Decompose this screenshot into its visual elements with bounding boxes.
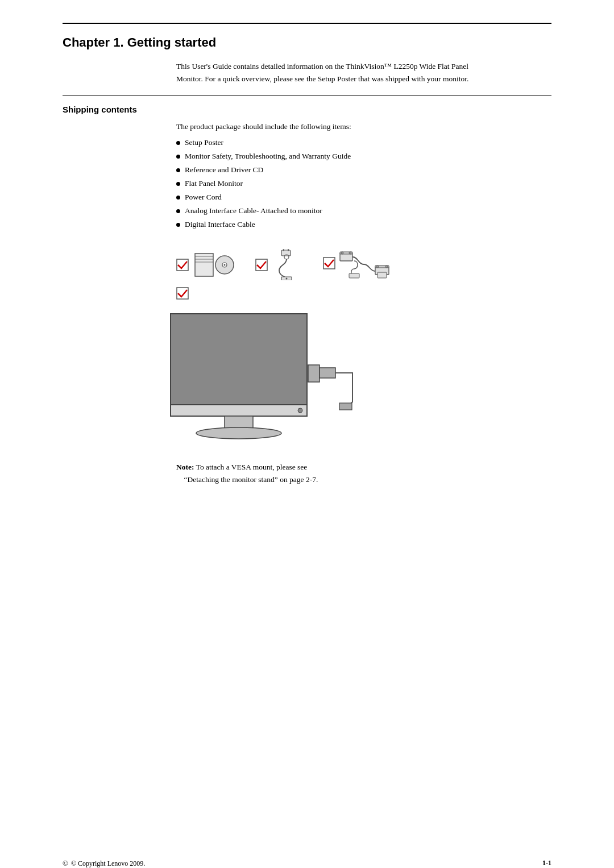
item-label: Power Cord	[185, 193, 222, 202]
page-number: 1-1	[542, 859, 551, 868]
list-item: Flat Panel Monitor	[176, 179, 551, 188]
svg-rect-1	[195, 254, 213, 276]
illustrations-area	[63, 246, 551, 300]
illus-item-monitor-check	[176, 287, 189, 300]
chapter-heading-area: Chapter 1. Getting started This User's G…	[63, 24, 551, 85]
bullet-dot	[176, 223, 180, 227]
checkbox-icon	[255, 259, 268, 271]
svg-point-22	[376, 265, 379, 268]
svg-point-23	[385, 265, 388, 268]
note-text: Note: To attach a VESA mount, please see…	[176, 461, 551, 485]
list-item: Setup Poster	[176, 138, 551, 147]
svg-rect-25	[377, 272, 387, 278]
list-item: Monitor Safety, Troubleshooting, and War…	[176, 152, 551, 161]
item-label: Analog Interface Cable- Attached to moni…	[185, 206, 322, 215]
item-label: Digital Interface Cable	[185, 220, 255, 229]
bullet-list: Setup Poster Monitor Safety, Troubleshoo…	[176, 138, 551, 229]
cd-illustration	[192, 249, 235, 280]
checkbox-icon	[323, 257, 335, 269]
note-area: Note: To attach a VESA mount, please see…	[63, 461, 551, 485]
chapter-intro: This User's Guide contains detailed info…	[176, 60, 495, 85]
svg-point-18	[341, 252, 343, 254]
bullet-dot	[176, 182, 180, 186]
list-item: Digital Interface Cable	[176, 220, 551, 229]
list-item: Reference and Driver CD	[176, 165, 551, 175]
footer: © © Copyright Lenovo 2009. 1-1	[63, 859, 551, 868]
item-label: Reference and Driver CD	[185, 165, 263, 175]
note-body: To attach a VESA mount, please see “Deta…	[176, 463, 318, 484]
section-heading: Shipping contents	[63, 105, 551, 114]
svg-rect-27	[171, 314, 307, 405]
illus-row-2	[176, 287, 551, 300]
svg-rect-33	[320, 368, 335, 378]
cable-illustration	[339, 246, 390, 280]
bullet-dot	[176, 209, 180, 213]
illus-item-cord	[255, 249, 302, 280]
svg-rect-34	[339, 403, 352, 410]
note-bold-label: Note:	[176, 463, 194, 471]
chapter-title: Chapter 1. Getting started	[63, 35, 551, 50]
svg-point-19	[349, 252, 351, 254]
svg-rect-28	[171, 405, 307, 416]
list-item: Power Cord	[176, 193, 551, 202]
monitor-large-illustration	[159, 311, 375, 447]
bullet-dot	[176, 141, 180, 145]
illus-item-cable	[323, 246, 390, 280]
copyright-symbol: ©	[63, 859, 68, 868]
item-label: Flat Panel Monitor	[185, 179, 243, 188]
monitor-large-area	[63, 311, 551, 450]
svg-rect-32	[308, 365, 320, 382]
shipping-section: Shipping contents The product package sh…	[63, 95, 551, 229]
section-body: The product package should include the f…	[176, 122, 551, 229]
svg-point-7	[224, 264, 226, 266]
checkbox-icon	[176, 287, 189, 300]
svg-point-30	[196, 427, 281, 439]
illus-row-1	[176, 246, 551, 280]
section-intro-text: The product package should include the f…	[176, 122, 551, 131]
svg-rect-24	[349, 273, 359, 278]
bullet-dot	[176, 155, 180, 159]
illus-item-cd	[176, 249, 235, 280]
bullet-dot	[176, 168, 180, 172]
footer-left: © © Copyright Lenovo 2009.	[63, 859, 145, 868]
bullet-dot	[176, 196, 180, 200]
power-cord-illustration	[271, 249, 302, 280]
item-label: Monitor Safety, Troubleshooting, and War…	[185, 152, 351, 161]
list-item: Analog Interface Cable- Attached to moni…	[176, 206, 551, 215]
item-label: Setup Poster	[185, 138, 223, 147]
page-container: Chapter 1. Getting started This User's G…	[0, 23, 614, 868]
checkbox-icon	[176, 259, 189, 271]
svg-point-31	[298, 408, 302, 413]
copyright-text: © Copyright Lenovo 2009.	[71, 859, 145, 868]
svg-point-14	[286, 278, 288, 280]
